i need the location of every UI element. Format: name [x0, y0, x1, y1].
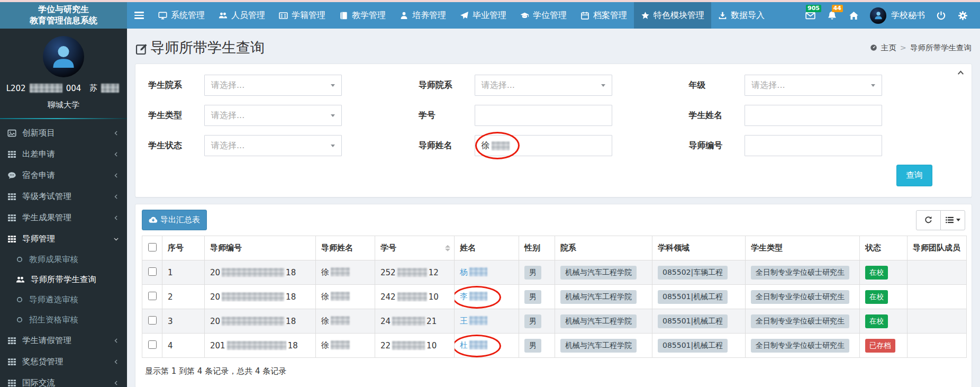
- main-content: 导师所带学生查询 主页 > 导师所带学生查询 学生院系 请选择... 导师院系: [127, 29, 980, 387]
- list-icon: [945, 215, 954, 224]
- student-name-link[interactable]: 王: [460, 316, 468, 326]
- students-table: 序号 导师编号 导师姓名 学号 姓名 性别 院系 学科领域 学生类型 状态 导师…: [142, 236, 967, 358]
- nav-item-special-modules[interactable]: 特色模块管理: [634, 2, 711, 29]
- sidebar-item-international-exchange[interactable]: 国际交流: [0, 372, 127, 387]
- sidebar-menu: 创新项目 出差申请 宿舍申请 等级考试管理 学生成果管理 导师管理 教师成果审: [0, 122, 127, 387]
- mentor-dept-select[interactable]: 请选择...: [475, 75, 612, 96]
- student-name-link[interactable]: 杜: [460, 340, 468, 350]
- export-summary-button[interactable]: 导出汇总表: [142, 210, 207, 230]
- mentor-no-label: 导师编号: [688, 140, 745, 151]
- row-checkbox[interactable]: [148, 340, 157, 349]
- circle-o-icon: [16, 296, 23, 303]
- col-header-student-no[interactable]: 学号: [375, 236, 455, 260]
- breadcrumb-separator: >: [900, 43, 906, 52]
- columns-button[interactable]: [940, 210, 965, 230]
- sidebar-subitem-teacher-achievement-review[interactable]: 教师成果审核: [0, 249, 127, 269]
- student-dept-select[interactable]: 请选择...: [204, 75, 342, 96]
- grid-icon: [7, 379, 16, 387]
- student-type-select[interactable]: 请选择...: [204, 105, 342, 126]
- col-header-field: 学科领域: [652, 236, 746, 260]
- notifications-button[interactable]: 44: [821, 2, 843, 29]
- student-type-badge: 全日制专业学位硕士研究生: [751, 314, 849, 328]
- sort-icon[interactable]: [445, 245, 450, 251]
- nav-item-personnel[interactable]: 人员管理: [212, 2, 272, 29]
- student-type-badge: 全日制专业学位硕士研究生: [751, 266, 849, 280]
- settings-button[interactable]: [952, 2, 974, 29]
- col-header-mentor-name: 导师姓名: [316, 236, 375, 260]
- breadcrumb-home-link[interactable]: 主页: [881, 43, 896, 53]
- nav-item-archives[interactable]: 档案管理: [574, 2, 634, 29]
- field-grade: 年级 请选择...: [688, 75, 959, 96]
- refresh-button[interactable]: [916, 210, 941, 230]
- chevron-left-icon: [113, 193, 120, 200]
- comment-icon: [7, 171, 16, 180]
- col-header-dept: 院系: [555, 236, 652, 260]
- student-name-input[interactable]: [745, 105, 882, 126]
- sidebar-item-student-achievements[interactable]: 学生成果管理: [0, 207, 127, 228]
- gender-badge: 男: [524, 290, 541, 304]
- sidebar-item-mentor-management[interactable]: 导师管理: [0, 228, 127, 249]
- sidebar-toggle-button[interactable]: [127, 2, 151, 29]
- nav-item-system[interactable]: 系统管理: [151, 2, 212, 29]
- mentor-name-input[interactable]: 徐: [475, 135, 612, 156]
- student-name-label: 学生姓名: [688, 110, 745, 121]
- chevron-down-icon: [113, 236, 120, 242]
- image-icon: [7, 129, 16, 138]
- messages-button[interactable]: 905: [800, 2, 821, 29]
- circle-o-icon: [16, 316, 23, 323]
- nav-item-degree[interactable]: 学位管理: [513, 2, 574, 29]
- field-student-no: 学号: [419, 105, 689, 126]
- sidebar-item-student-leave[interactable]: 学生请假管理: [0, 330, 127, 351]
- sidebar-subitem-mentor-selection-review[interactable]: 导师遴选审核: [0, 290, 127, 310]
- redacted-text: [227, 341, 286, 350]
- nav-item-graduation[interactable]: 毕业管理: [453, 2, 513, 29]
- col-header-mentor-no: 导师编号: [205, 236, 316, 260]
- student-no-input[interactable]: [475, 105, 612, 126]
- sidebar-item-innovation-projects[interactable]: 创新项目: [0, 122, 127, 143]
- field-mentor-name: 导师姓名 徐: [419, 135, 689, 156]
- search-button[interactable]: 查询: [896, 165, 932, 186]
- alert-count-badge: 44: [832, 5, 843, 12]
- table-toolbar: 导出汇总表: [142, 210, 965, 230]
- nav-item-teaching[interactable]: 教学管理: [332, 2, 393, 29]
- student-name-link[interactable]: 杨: [460, 267, 468, 277]
- page-title: 导师所带学生查询: [135, 38, 265, 57]
- field-badge: 085501|机械工程: [658, 314, 728, 328]
- nav-item-data-import[interactable]: 数据导入: [711, 2, 772, 29]
- redacted-text: [331, 292, 350, 301]
- student-no-label: 学号: [419, 110, 475, 121]
- student-status-label: 学生状态: [148, 140, 204, 151]
- col-header-team: 导师团队成员: [908, 236, 967, 260]
- menu-icon: [134, 12, 144, 13]
- status-badge: 在校: [865, 314, 888, 328]
- logout-button[interactable]: [930, 2, 952, 29]
- home-button[interactable]: [843, 2, 865, 29]
- cloud-download-icon: [149, 215, 158, 224]
- sidebar-subitem-mentor-students-query[interactable]: 导师所带学生查询: [0, 269, 127, 290]
- sidebar-item-rewards-loans[interactable]: 奖惩贷管理: [0, 351, 127, 372]
- row-checkbox[interactable]: [148, 267, 157, 276]
- user-menu[interactable]: 学校秘书: [865, 7, 930, 24]
- results-panel: 导出汇总表 序号 导师编: [135, 204, 972, 387]
- nav-item-student-records[interactable]: 学籍管理: [272, 2, 332, 29]
- chevron-left-icon: [113, 358, 120, 365]
- student-name-link[interactable]: 李: [460, 292, 468, 301]
- student-status-select[interactable]: 请选择...: [204, 135, 342, 156]
- col-header-status: 状态: [860, 236, 908, 260]
- caret-down-icon: [331, 114, 335, 117]
- caret-down-icon: [956, 219, 960, 221]
- select-all-checkbox[interactable]: [148, 243, 157, 251]
- nav-item-cultivation[interactable]: 培养管理: [393, 2, 453, 29]
- row-checkbox[interactable]: [148, 316, 157, 325]
- sidebar-item-dormitory[interactable]: 宿舍申请: [0, 165, 127, 186]
- grade-select[interactable]: 请选择...: [745, 75, 882, 96]
- student-type-badge: 全日制专业学位硕士研究生: [751, 290, 849, 304]
- sidebar-item-level-exams[interactable]: 等级考试管理: [0, 186, 127, 207]
- table-view-controls: [916, 210, 965, 230]
- sidebar-subitem-admission-qualification-review[interactable]: 招生资格审核: [0, 310, 127, 330]
- message-count-badge: 905: [806, 5, 821, 12]
- sidebar-item-business-trip[interactable]: 出差申请: [0, 143, 127, 165]
- mentor-no-input[interactable]: [745, 135, 882, 156]
- collapse-panel-button[interactable]: [956, 68, 965, 79]
- row-checkbox[interactable]: [148, 292, 157, 300]
